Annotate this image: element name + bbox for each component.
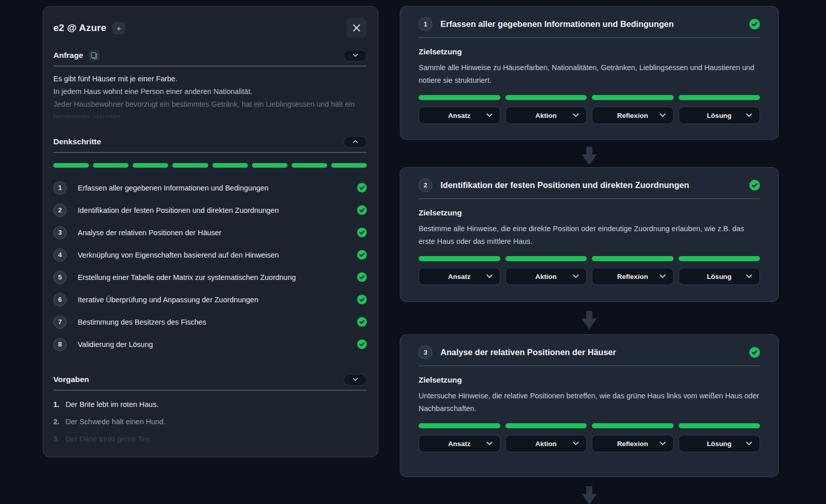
chevron-down-icon <box>746 442 752 446</box>
progress-segment <box>331 163 367 168</box>
aktion-dropdown-button[interactable]: Aktion <box>505 107 587 124</box>
step-number-badge: 8 <box>53 338 67 351</box>
step-status <box>357 272 367 282</box>
anfrage-section-header: Anfrage <box>53 49 367 61</box>
dropdown-label: Ansatz <box>448 440 470 448</box>
step-number-badge: 4 <box>53 248 67 262</box>
phase-progress-bar <box>505 423 587 428</box>
step-item[interactable]: 4 Verknüpfung von Eigenschaften basieren… <box>53 248 367 262</box>
losung-dropdown-button[interactable]: Lösung <box>679 435 760 452</box>
denkschritte-section: Denkschritte 1 Erfassen aller gegebenen … <box>53 136 367 351</box>
phase-status <box>749 19 760 29</box>
check-icon <box>357 272 367 282</box>
dropdown-label: Reflexion <box>617 273 648 280</box>
phase-progress-bar <box>679 423 760 428</box>
step-item[interactable]: 3 Analyse der relativen Positionen der H… <box>53 226 367 239</box>
step-label: Analyse der relativen Positionen der Häu… <box>78 229 221 237</box>
chevron-down-icon <box>353 377 358 382</box>
step-number-badge: 5 <box>53 271 67 284</box>
chevron-down-icon <box>746 113 752 118</box>
dropdown-label: Lösung <box>707 440 732 448</box>
check-icon <box>357 295 367 304</box>
vorgabe-item: 2. Der Schwede hält einen Hund. <box>53 416 367 427</box>
phase-number-badge: 1 <box>419 17 432 31</box>
chevron-up-icon <box>353 140 358 144</box>
vorgaben-section-header: Vorgaben <box>53 373 367 386</box>
phase-card: 3 Analyse der relativen Positionen der H… <box>400 334 779 477</box>
reflexion-dropdown-button[interactable]: Reflexion <box>592 107 674 124</box>
step-item[interactable]: 1 Erfassen aller gegebenen Informationen… <box>53 181 367 195</box>
step-status <box>357 205 367 215</box>
anfrage-text-line: In jedem Haus wohnt eine Person einer an… <box>53 85 367 98</box>
phase-progress-bar <box>419 423 500 428</box>
aktion-dropdown-button[interactable]: Aktion <box>505 435 587 452</box>
ansatz-dropdown-button[interactable]: Ansatz <box>419 268 500 285</box>
progress-segment <box>133 163 168 168</box>
phase-flow: 1 Erfassen aller gegebenen Informationen… <box>400 0 779 504</box>
close-icon <box>353 24 360 32</box>
vorgaben-collapse-button[interactable] <box>343 374 367 386</box>
steps-list: 1 Erfassen aller gegebenen Informationen… <box>53 181 367 351</box>
step-label: Bestimmung des Besitzers des Fisches <box>78 318 206 326</box>
dropdown-label: Aktion <box>535 440 557 448</box>
phase-progress-bar <box>592 256 674 261</box>
anfrage-collapse-button[interactable] <box>343 50 367 61</box>
vorgabe-text: Der Däne trinkt gerne Tee. <box>66 433 152 445</box>
phase-progress <box>419 95 760 100</box>
phase-card-header: 2 Identifikation der festen Positionen u… <box>419 178 760 192</box>
divider <box>53 66 367 67</box>
step-status <box>357 339 367 349</box>
phase-buttons: Ansatz Aktion Reflexion Lösung <box>419 435 760 452</box>
step-item[interactable]: 2 Identifikation der festen Positionen u… <box>53 203 367 217</box>
dropdown-label: Reflexion <box>617 112 648 119</box>
vorgaben-list: 1. Der Brite lebt im roten Haus. 2. Der … <box>53 399 367 445</box>
phase-title: Erfassen aller gegebenen Informationen u… <box>440 19 674 29</box>
phase-card-header: 1 Erfassen aller gegebenen Informationen… <box>419 17 760 31</box>
reflexion-dropdown-button[interactable]: Reflexion <box>592 268 674 285</box>
anfrage-text-line: Jeder Hausbewohner bevorzugt ein bestimm… <box>53 98 367 111</box>
step-item[interactable]: 7 Bestimmung des Besitzers des Fisches <box>53 315 367 329</box>
ansatz-dropdown-button[interactable]: Ansatz <box>419 435 500 452</box>
phase-title: Analyse der relativen Positionen der Häu… <box>440 348 616 357</box>
reflexion-dropdown-button[interactable]: Reflexion <box>592 435 674 452</box>
step-item[interactable]: 6 Iterative Überprüfung und Anpassung de… <box>53 293 367 306</box>
chevron-down-icon <box>573 113 579 118</box>
phase-card: 1 Erfassen aller gegebenen Informationen… <box>400 6 779 140</box>
vorgabe-text: Der Schwede hält einen Hund. <box>66 416 166 427</box>
chevron-down-icon <box>659 442 666 446</box>
check-icon <box>357 205 367 215</box>
check-icon <box>749 19 760 29</box>
check-icon <box>357 250 367 260</box>
close-button[interactable] <box>346 18 367 38</box>
divider <box>419 198 760 199</box>
losung-dropdown-button[interactable]: Lösung <box>679 268 760 285</box>
phase-card-header: 3 Analyse der relativen Positionen der H… <box>419 345 760 359</box>
ansatz-dropdown-button[interactable]: Ansatz <box>419 107 500 124</box>
step-number-badge: 6 <box>53 293 67 306</box>
chevron-down-icon <box>746 274 752 279</box>
denkschritte-collapse-button[interactable] <box>343 136 367 148</box>
phase-status <box>749 180 760 191</box>
vorgaben-heading: Vorgaben <box>53 375 89 384</box>
anfrage-heading: Anfrage <box>53 51 83 60</box>
zielsetzung-heading: Zielsetzung <box>419 208 760 217</box>
plus-icon: + <box>116 24 121 32</box>
step-item[interactable]: 8 Validierung der Lösung <box>53 337 367 351</box>
step-label: Identifikation der festen Positionen und… <box>78 206 279 214</box>
dropdown-label: Ansatz <box>448 112 470 119</box>
copy-icon <box>91 52 97 59</box>
copy-button[interactable] <box>88 50 100 61</box>
phase-buttons: Ansatz Aktion Reflexion Lösung <box>419 268 760 285</box>
zielsetzung-heading: Zielsetzung <box>419 375 760 385</box>
losung-dropdown-button[interactable]: Lösung <box>679 107 760 124</box>
dropdown-label: Reflexion <box>617 440 648 448</box>
aktion-dropdown-button[interactable]: Aktion <box>505 268 587 285</box>
phase-description: Untersuche Hinweise, die relative Positi… <box>419 390 760 415</box>
step-label: Erfassen aller gegebenen Informationen u… <box>78 184 269 192</box>
phase-progress-bar <box>505 95 587 100</box>
denkschritte-heading: Denkschritte <box>53 137 101 146</box>
step-item[interactable]: 5 Erstellung einer Tabelle oder Matrix z… <box>53 270 367 284</box>
vorgabe-number: 3. <box>53 433 66 445</box>
steps-progress-bar <box>53 163 367 168</box>
add-button[interactable]: + <box>112 22 125 35</box>
